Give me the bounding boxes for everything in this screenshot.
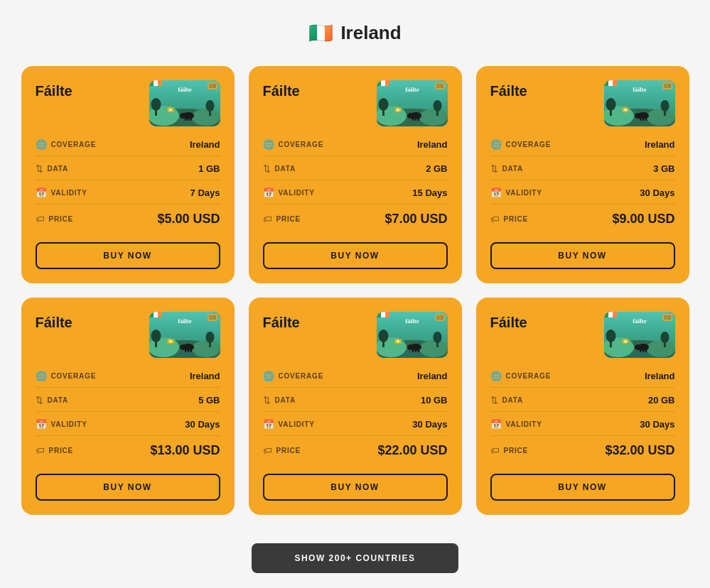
- price-row: 🏷 PRICE $5.00 USD: [36, 212, 220, 227]
- svg-point-40: [407, 113, 414, 119]
- card-image: fáilte: [604, 80, 675, 126]
- price-row: 🏷 PRICE $7.00 USD: [263, 212, 448, 227]
- svg-point-173: [624, 342, 626, 344]
- data-row: ⇅ DATA 2 GB: [263, 163, 448, 180]
- svg-rect-41: [412, 118, 414, 121]
- svg-point-17: [171, 110, 173, 112]
- price-value: $13.00 USD: [150, 443, 220, 458]
- data-row: ⇅ DATA 3 GB: [490, 163, 675, 180]
- svg-point-18: [169, 111, 171, 113]
- validity-row: 📅 VALIDITY 30 Days: [490, 419, 675, 436]
- svg-text:fáilte: fáilte: [405, 317, 419, 325]
- svg-point-142: [397, 342, 399, 344]
- buy-now-button[interactable]: BUY NOW: [490, 242, 675, 269]
- page-title: Ireland: [340, 22, 401, 44]
- svg-point-110: [171, 342, 173, 344]
- data-row: ⇅ DATA 10 GB: [263, 395, 448, 412]
- data-row: ⇅ DATA 1 GB: [36, 163, 220, 180]
- price-value: $32.00 USD: [605, 443, 674, 458]
- validity-label: VALIDITY: [279, 189, 315, 197]
- buy-now-button[interactable]: BUY NOW: [263, 474, 448, 501]
- coverage-label: COVERAGE: [51, 372, 97, 380]
- svg-point-158: [647, 340, 675, 357]
- svg-point-38: [433, 100, 441, 111]
- card-details: 🌐 COVERAGE Ireland ⇅ DATA 3 GB 📅 VALIDIT…: [490, 139, 675, 227]
- svg-rect-52: [381, 80, 385, 86]
- price-row: 🏷 PRICE $22.00 USD: [263, 443, 448, 458]
- price-label: PRICE: [49, 215, 74, 223]
- coverage-value: Ireland: [645, 371, 675, 381]
- svg-point-77: [624, 107, 626, 109]
- svg-text:fáilte: fáilte: [633, 86, 647, 93]
- coverage-row: 🌐 COVERAGE Ireland: [490, 139, 675, 156]
- card-top: Fáilte: [490, 80, 675, 126]
- price-value: $9.00 USD: [612, 212, 674, 227]
- data-icon: ⇅: [263, 395, 271, 405]
- validity-row: 📅 VALIDITY 30 Days: [36, 419, 220, 436]
- card-top: Fáilte: [263, 80, 448, 126]
- coverage-value: Ireland: [417, 139, 448, 150]
- card-details: 🌐 COVERAGE Ireland ⇅ DATA 5 GB 📅 VALIDIT…: [36, 371, 220, 458]
- card-top: Fáilte: [36, 80, 220, 126]
- card-name: Fáilte: [490, 312, 527, 331]
- card-name: Fáilte: [36, 312, 72, 331]
- validity-label: VALIDITY: [51, 420, 87, 428]
- buy-now-button[interactable]: BUY NOW: [36, 242, 220, 269]
- svg-rect-84: [613, 80, 617, 86]
- svg-point-108: [169, 339, 171, 341]
- data-icon: ⇅: [490, 163, 498, 174]
- svg-point-9: [180, 113, 187, 119]
- svg-point-65: [647, 109, 675, 126]
- buy-now-button[interactable]: BUY NOW: [263, 242, 448, 269]
- validity-value: 30 Days: [185, 419, 220, 430]
- calendar-icon: 📅: [490, 419, 502, 430]
- coverage-value: Ireland: [190, 139, 220, 150]
- globe-icon: 🌐: [263, 139, 274, 150]
- validity-label: VALIDITY: [279, 420, 315, 428]
- svg-rect-25: [209, 84, 216, 88]
- page-header: 🇮🇪 Ireland: [308, 21, 401, 45]
- globe-icon: 🌐: [263, 371, 274, 381]
- buy-now-button[interactable]: BUY NOW: [36, 474, 220, 501]
- svg-point-80: [624, 111, 626, 113]
- price-label: PRICE: [276, 215, 301, 223]
- card-details: 🌐 COVERAGE Ireland ⇅ DATA 10 GB 📅 VALIDI…: [263, 371, 448, 458]
- svg-rect-83: [608, 80, 613, 86]
- coverage-row: 🌐 COVERAGE Ireland: [36, 139, 220, 156]
- price-label: PRICE: [504, 215, 529, 223]
- svg-rect-118: [209, 315, 216, 320]
- svg-point-174: [622, 342, 624, 344]
- data-icon: ⇅: [36, 395, 43, 405]
- svg-point-16: [171, 108, 173, 110]
- svg-point-36: [378, 98, 388, 111]
- svg-point-69: [660, 100, 669, 111]
- svg-rect-113: [149, 312, 154, 317]
- svg-point-160: [606, 330, 615, 342]
- data-value: 3 GB: [653, 163, 674, 174]
- validity-value: 7 Days: [190, 187, 220, 198]
- svg-rect-104: [188, 349, 189, 352]
- data-label: DATA: [48, 396, 69, 404]
- globe-icon: 🌐: [36, 371, 47, 381]
- globe-icon: 🌐: [490, 371, 502, 381]
- buy-now-button[interactable]: BUY NOW: [490, 474, 675, 501]
- svg-rect-73: [642, 118, 644, 121]
- svg-rect-144: [377, 312, 381, 317]
- svg-rect-177: [613, 312, 617, 317]
- svg-point-100: [205, 332, 214, 343]
- card-image: fáilte: [377, 312, 448, 358]
- svg-rect-149: [436, 315, 443, 320]
- data-value: 10 GB: [421, 395, 448, 405]
- svg-rect-10: [185, 118, 186, 121]
- svg-point-138: [394, 339, 397, 342]
- card-name: Fáilte: [490, 80, 527, 99]
- coverage-row: 🌐 COVERAGE Ireland: [490, 371, 675, 388]
- svg-point-67: [606, 98, 615, 111]
- svg-rect-135: [415, 349, 416, 352]
- show-more-button[interactable]: SHOW 200+ COUNTRIES: [252, 543, 458, 573]
- validity-row: 📅 VALIDITY 15 Days: [263, 187, 448, 205]
- svg-point-46: [397, 107, 399, 109]
- data-label: DATA: [502, 165, 524, 173]
- price-icon: 🏷: [36, 214, 45, 224]
- svg-rect-43: [418, 118, 419, 121]
